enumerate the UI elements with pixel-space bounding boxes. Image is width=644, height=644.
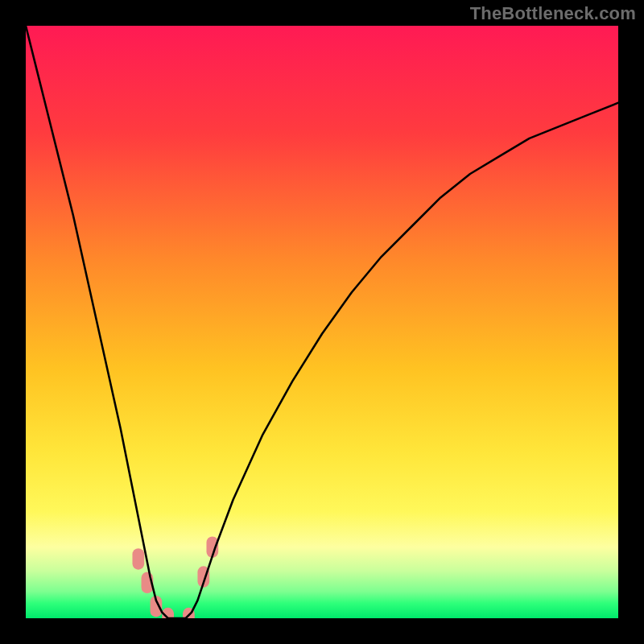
watermark-text: TheBottleneck.com xyxy=(470,3,636,24)
plot-area xyxy=(26,26,618,618)
bottleneck-curve xyxy=(26,26,618,618)
chart-frame: TheBottleneck.com xyxy=(0,0,644,644)
curve-marker xyxy=(132,548,144,569)
curve-layer xyxy=(26,26,618,618)
